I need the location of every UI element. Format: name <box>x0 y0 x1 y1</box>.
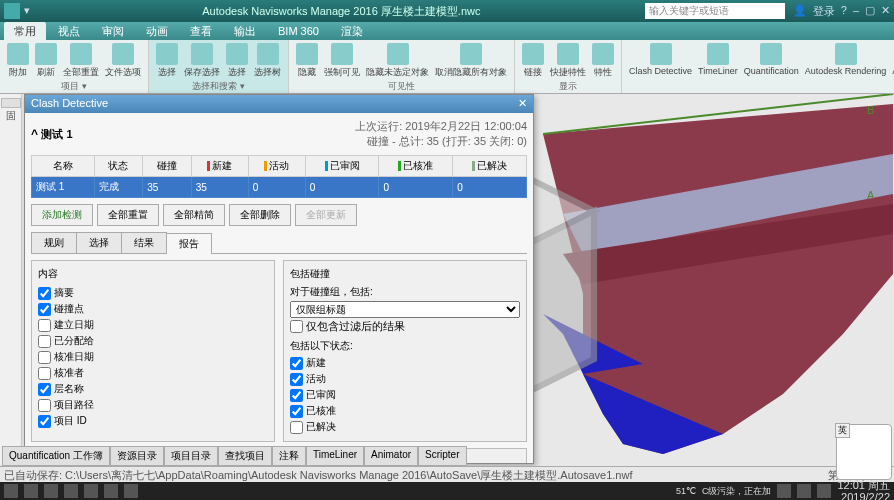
clash-tab[interactable]: 选择 <box>76 232 122 253</box>
help-search-input[interactable]: 输入关键字或短语 <box>645 3 785 19</box>
test-meta: 上次运行: 2019年2月22日 12:00:04 碰撞 - 总计: 35 (打… <box>355 119 527 149</box>
status-checkbox[interactable]: 已审阅 <box>290 387 520 403</box>
menu-tab[interactable]: 常用 <box>4 22 46 41</box>
ribbon-button[interactable]: 特性 <box>591 42 615 80</box>
menu-tab[interactable]: 渲染 <box>331 22 373 41</box>
status-checkbox[interactable]: 已核准 <box>290 403 520 419</box>
dock-tab[interactable]: Scripter <box>418 446 466 466</box>
clash-tab[interactable]: 报告 <box>166 233 212 254</box>
ribbon-group: 链接快捷特性特性显示 <box>515 40 622 93</box>
dock-tab[interactable]: 项目目录 <box>164 446 218 466</box>
dock-tab[interactable]: TimeLiner <box>306 446 364 466</box>
tray-icon[interactable] <box>777 484 791 498</box>
ribbon-button[interactable]: 强制可见 <box>323 42 361 80</box>
content-checkbox[interactable]: 碰撞点 <box>38 301 268 317</box>
tray-icon[interactable] <box>797 484 811 498</box>
content-checkbox[interactable]: 层名称 <box>38 381 268 397</box>
ribbon-button[interactable]: 保存选择 <box>183 42 221 80</box>
ribbon-button[interactable]: 选择 <box>225 42 249 80</box>
clash-subtabs: 规则选择结果报告 <box>31 232 527 254</box>
ribbon-button[interactable]: 选择树 <box>253 42 282 80</box>
content-checkbox[interactable]: 项目路径 <box>38 397 268 413</box>
start-icon[interactable] <box>4 484 18 498</box>
dock-tab[interactable]: Animator <box>364 446 418 466</box>
menu-tab[interactable]: BIM 360 <box>268 23 329 39</box>
menu-tab[interactable]: 审阅 <box>92 22 134 41</box>
table-header[interactable]: 已审阅 <box>305 156 379 177</box>
ribbon-button[interactable]: 全部重置 <box>62 42 100 80</box>
tray-icon[interactable] <box>817 484 831 498</box>
windows-taskbar[interactable]: 51℃ C级污染，正在加 12:01 周五 2019/2/22 <box>0 482 894 500</box>
dock-tab[interactable]: 固 <box>1 98 21 108</box>
taskbar-app-icon[interactable] <box>84 484 98 498</box>
bottom-dock-tabs: Quantification 工作簿资源目录项目目录查找项目注释TimeLine… <box>2 446 467 466</box>
ribbon-button[interactable]: 隐藏未选定对象 <box>365 42 430 80</box>
login-link[interactable]: 登录 <box>813 4 835 19</box>
status-checkbox[interactable]: 活动 <box>290 371 520 387</box>
status-checkbox[interactable]: 已解决 <box>290 419 520 435</box>
panel-close-icon[interactable]: ✕ <box>518 97 527 111</box>
panel-titlebar[interactable]: Clash Detective ✕ <box>25 95 533 113</box>
dock-tab[interactable]: 注释 <box>272 446 306 466</box>
filter-checkbox[interactable]: 仅包含过滤后的结果 <box>290 318 520 335</box>
menu-tab[interactable]: 视点 <box>48 22 90 41</box>
dock-tab[interactable]: 查找项目 <box>218 446 272 466</box>
content-checkbox[interactable]: 已分配给 <box>38 333 268 349</box>
add-test-button[interactable]: 添加检测 <box>31 204 93 226</box>
ribbon-button[interactable]: Quantification <box>743 42 800 77</box>
taskbar-app-icon[interactable] <box>104 484 118 498</box>
ribbon-button[interactable]: 隐藏 <box>295 42 319 80</box>
quick-access-toolbar[interactable]: ▾ <box>24 4 38 18</box>
clash-tab[interactable]: 结果 <box>121 232 167 253</box>
ribbon-button[interactable]: 链接 <box>521 42 545 80</box>
dock-tab[interactable]: 资源目录 <box>110 446 164 466</box>
ribbon-button[interactable]: TimeLiner <box>697 42 739 77</box>
table-header[interactable]: 已核准 <box>379 156 453 177</box>
minimize-icon[interactable]: – <box>853 4 859 19</box>
ribbon-button[interactable]: 附加 <box>6 42 30 80</box>
menu-tab[interactable]: 输出 <box>224 22 266 41</box>
user-icon[interactable]: 👤 <box>793 4 807 19</box>
table-header[interactable]: 状态 <box>94 156 143 177</box>
menu-tab[interactable]: 查看 <box>180 22 222 41</box>
reset-all-button[interactable]: 全部重置 <box>97 204 159 226</box>
ribbon-button[interactable]: 刷新 <box>34 42 58 80</box>
weather-temp[interactable]: 51℃ <box>676 486 696 496</box>
ime-avatar[interactable]: 英 <box>836 424 892 480</box>
weather-text[interactable]: C级污染，正在加 <box>702 485 772 498</box>
clash-tab[interactable]: 规则 <box>31 232 77 253</box>
table-header[interactable]: 活动 <box>248 156 305 177</box>
tests-table[interactable]: 名称状态碰撞新建活动已审阅已核准已解决 测试 1完成35350000 <box>31 155 527 198</box>
status-checkbox[interactable]: 新建 <box>290 355 520 371</box>
compact-all-button[interactable]: 全部精简 <box>163 204 225 226</box>
table-row[interactable]: 测试 1完成35350000 <box>32 177 527 198</box>
table-header[interactable]: 名称 <box>32 156 95 177</box>
delete-all-button[interactable]: 全部删除 <box>229 204 291 226</box>
help-icon[interactable]: ? <box>841 4 847 19</box>
taskbar-app-icon[interactable] <box>124 484 138 498</box>
table-header[interactable]: 碰撞 <box>143 156 192 177</box>
ribbon-button[interactable]: Clash Detective <box>628 42 693 77</box>
content-checkbox[interactable]: 项目 ID <box>38 413 268 429</box>
content-checkbox[interactable]: 核准者 <box>38 365 268 381</box>
group-select[interactable]: 仅限组标题 <box>290 301 520 318</box>
menu-tab[interactable]: 动画 <box>136 22 178 41</box>
ribbon-button[interactable]: 快捷特性 <box>549 42 587 80</box>
taskbar-app-icon[interactable] <box>44 484 58 498</box>
ribbon-button[interactable]: 取消隐藏所有对象 <box>434 42 508 80</box>
table-header[interactable]: 新建 <box>191 156 248 177</box>
close-icon[interactable]: ✕ <box>881 4 890 19</box>
qat-icon[interactable]: ▾ <box>24 4 38 18</box>
taskbar-app-icon[interactable] <box>24 484 38 498</box>
system-clock[interactable]: 12:01 周五 2019/2/22 <box>837 479 890 500</box>
ribbon-button[interactable]: 选择 <box>155 42 179 80</box>
content-checkbox[interactable]: 摘要 <box>38 285 268 301</box>
taskbar-app-icon[interactable] <box>64 484 78 498</box>
dock-tab[interactable]: Quantification 工作簿 <box>2 446 110 466</box>
ribbon-button[interactable]: 文件选项 <box>104 42 142 80</box>
maximize-icon[interactable]: ▢ <box>865 4 875 19</box>
content-checkbox[interactable]: 建立日期 <box>38 317 268 333</box>
ribbon-button[interactable]: Autodesk Rendering <box>804 42 888 77</box>
content-checkbox[interactable]: 核准日期 <box>38 349 268 365</box>
table-header[interactable]: 已解决 <box>453 156 527 177</box>
